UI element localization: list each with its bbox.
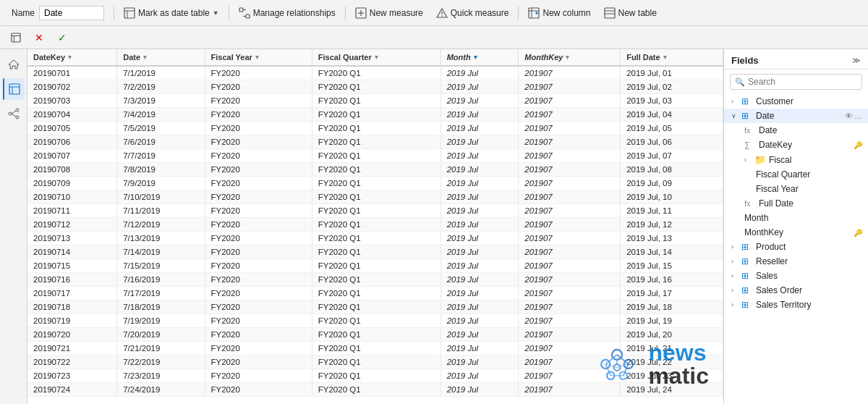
col-header-date[interactable]: Date ▾ bbox=[117, 49, 205, 66]
table-icon: ⊞ bbox=[741, 256, 753, 266]
tree-item-fiscal-quarter[interactable]: Fiscal Quarter bbox=[724, 167, 868, 182]
table-row: 201907227/22/2019FY2020FY2020 Q12019 Jul… bbox=[27, 355, 723, 369]
sidebar-icon-home[interactable] bbox=[3, 54, 25, 75]
col-header-datekey[interactable]: DateKey ▾ bbox=[27, 49, 117, 66]
table-icon: ⊞ bbox=[741, 96, 753, 106]
table-header-row: DateKey ▾ Date ▾ Fiscal Year ▾ bbox=[27, 49, 723, 66]
tree-item-full-date[interactable]: fx Full Date bbox=[724, 196, 868, 211]
tree-item-customer[interactable]: › ⊞ Customer bbox=[724, 94, 868, 109]
col-header-fiscal-year[interactable]: Fiscal Year ▾ bbox=[205, 49, 312, 66]
tree-item-sales-territory[interactable]: › ⊞ Sales Territory bbox=[724, 298, 868, 312]
new-measure-button[interactable]: New measure bbox=[349, 4, 429, 22]
new-table-icon bbox=[604, 7, 616, 19]
tree-item-date[interactable]: ∨ ⊞ Date 👁 … bbox=[724, 109, 868, 123]
col-header-month[interactable]: Month ▾ bbox=[441, 49, 519, 66]
tree-label-sales-order: Sales Order bbox=[756, 285, 862, 295]
confirm-button[interactable]: ✓ bbox=[52, 28, 72, 48]
tree-label-sales-territory: Sales Territory bbox=[756, 300, 862, 310]
table-icon bbox=[124, 7, 135, 19]
tree-item-product[interactable]: › ⊞ Product bbox=[724, 240, 868, 254]
key-hide-icon[interactable]: 🔑 bbox=[854, 141, 862, 149]
table-row: 201907077/7/2019FY2020FY2020 Q12019 Jul2… bbox=[27, 149, 723, 163]
filter-fiscal-year-icon[interactable]: ▾ bbox=[255, 54, 259, 61]
new-table-label: New table bbox=[618, 8, 657, 18]
col-header-monthkey[interactable]: MonthKey ▾ bbox=[519, 49, 621, 66]
table-icon: ⊞ bbox=[741, 111, 753, 121]
tree-label-month: Month bbox=[744, 213, 862, 223]
col-header-fiscal-quarter[interactable]: Fiscal Quarter ▾ bbox=[312, 49, 441, 66]
key-sigma-icon: ∑ bbox=[744, 140, 756, 149]
chevron-icon: › bbox=[731, 272, 739, 279]
filter-full-date-icon[interactable]: ▾ bbox=[663, 54, 667, 61]
tree-item-monthkey[interactable]: MonthKey 🔑 bbox=[724, 225, 868, 240]
calc-icon: fx bbox=[744, 126, 756, 135]
table-row: 201907147/14/2019FY2020FY2020 Q12019 Jul… bbox=[27, 245, 723, 259]
datekey-actions: 🔑 bbox=[854, 141, 862, 149]
table-row: 201907157/15/2019FY2020FY2020 Q12019 Jul… bbox=[27, 259, 723, 273]
tree-label-sales: Sales bbox=[756, 271, 862, 281]
table-row: 201907107/10/2019FY2020FY2020 Q12019 Jul… bbox=[27, 190, 723, 204]
filter-month-icon[interactable]: ▾ bbox=[474, 54, 477, 61]
eye-icon[interactable]: 👁 bbox=[845, 111, 853, 120]
tree-item-sales[interactable]: › ⊞ Sales bbox=[724, 269, 868, 283]
new-column-label: New column bbox=[542, 8, 590, 18]
filter-monthkey-icon[interactable]: ▾ bbox=[566, 54, 569, 61]
table-row: 201907017/1/2019FY2020FY2020 Q12019 Jul2… bbox=[27, 66, 723, 80]
col-header-full-date[interactable]: Full Date ▾ bbox=[621, 49, 723, 66]
new-measure-label: New measure bbox=[370, 8, 423, 18]
table-icon: ⊞ bbox=[741, 285, 753, 295]
tree-item-fiscal-folder[interactable]: › 📁 Fiscal bbox=[724, 152, 868, 167]
search-icon: 🔍 bbox=[735, 77, 745, 87]
fields-expand-icon[interactable]: ≫ bbox=[852, 56, 861, 65]
table-row: 201907137/13/2019FY2020FY2020 Q12019 Jul… bbox=[27, 232, 723, 245]
main-area: DateKey ▾ Date ▾ Fiscal Year ▾ bbox=[0, 49, 868, 404]
name-input[interactable] bbox=[39, 6, 104, 20]
mark-date-table-button[interactable]: Mark as date table ▼ bbox=[118, 4, 225, 22]
quick-measure-label: Quick measure bbox=[451, 8, 509, 18]
table-row: 201907187/18/2019FY2020FY2020 Q12019 Jul… bbox=[27, 300, 723, 314]
svg-rect-18 bbox=[605, 8, 615, 18]
tree-item-sales-order[interactable]: › ⊞ Sales Order bbox=[724, 283, 868, 298]
tree-label-datekey-field: DateKey bbox=[759, 140, 851, 150]
tree-label-monthkey: MonthKey bbox=[744, 227, 851, 237]
cancel-button[interactable]: ✕ bbox=[29, 28, 49, 48]
fields-search-box[interactable]: 🔍 bbox=[730, 74, 862, 90]
mark-date-dropdown-arrow: ▼ bbox=[213, 9, 219, 17]
tree-label-fiscal-folder: Fiscal bbox=[769, 155, 862, 165]
tree-item-reseller[interactable]: › ⊞ Reseller bbox=[724, 254, 868, 269]
filter-datekey-icon[interactable]: ▾ bbox=[68, 54, 72, 61]
tree-actions: 👁 … bbox=[845, 111, 862, 120]
manage-relationships-button[interactable]: Manage relationships bbox=[233, 4, 341, 22]
filter-fiscal-quarter-icon[interactable]: ▾ bbox=[375, 54, 378, 61]
chevron-icon: › bbox=[744, 156, 752, 164]
fields-search-input[interactable] bbox=[748, 77, 857, 87]
chevron-icon: › bbox=[731, 243, 739, 251]
svg-point-29 bbox=[16, 109, 19, 111]
filter-date-icon[interactable]: ▾ bbox=[143, 54, 147, 61]
table-row: 201907197/19/2019FY2020FY2020 Q12019 Jul… bbox=[27, 314, 723, 328]
tree-label-date-field: Date bbox=[759, 125, 862, 135]
quick-measure-icon bbox=[436, 7, 448, 19]
table-row: 201907047/4/2019FY2020FY2020 Q12019 Jul2… bbox=[27, 108, 723, 122]
new-column-button[interactable]: New column bbox=[522, 4, 596, 22]
table-view-icon[interactable] bbox=[6, 28, 26, 48]
tree-item-fiscal-year[interactable]: Fiscal Year bbox=[724, 182, 868, 196]
main-toolbar: Name Mark as date table ▼ Manage relatio… bbox=[0, 0, 868, 26]
more-icon[interactable]: … bbox=[854, 111, 862, 120]
tree-item-datekey-field[interactable]: ∑ DateKey 🔑 bbox=[724, 138, 868, 152]
new-table-button[interactable]: New table bbox=[598, 4, 663, 22]
tree-label-fiscal-quarter: Fiscal Quarter bbox=[756, 169, 862, 180]
sidebar-icon-table[interactable] bbox=[3, 78, 25, 100]
tree-item-month[interactable]: Month bbox=[724, 211, 868, 225]
quick-measure-button[interactable]: Quick measure bbox=[430, 4, 515, 22]
fields-title: Fields bbox=[731, 55, 759, 66]
table-row: 201907167/16/2019FY2020FY2020 Q12019 Jul… bbox=[27, 273, 723, 287]
tree-item-date-field[interactable]: fx Date bbox=[724, 123, 868, 138]
sidebar-icon-model[interactable] bbox=[3, 103, 25, 125]
monthkey-actions: 🔑 bbox=[854, 229, 862, 237]
table-row: 201907127/12/2019FY2020FY2020 Q12019 Jul… bbox=[27, 218, 723, 232]
tree-label-customer: Customer bbox=[756, 96, 862, 106]
monthkey-hide-icon[interactable]: 🔑 bbox=[854, 229, 862, 237]
table-row: 201907027/2/2019FY2020FY2020 Q12019 Jul2… bbox=[27, 80, 723, 94]
divider-1 bbox=[114, 6, 114, 20]
